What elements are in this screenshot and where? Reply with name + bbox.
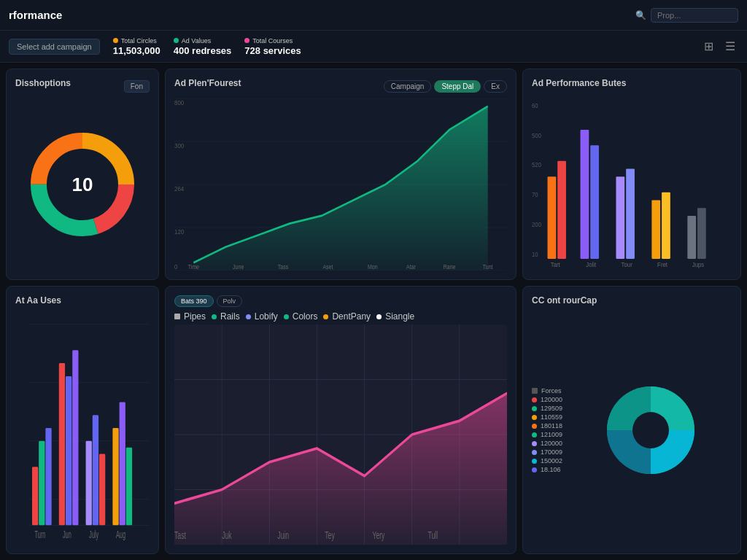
legend-dot-7 bbox=[532, 459, 537, 464]
svg-rect-30 bbox=[548, 176, 557, 259]
svg-rect-35 bbox=[626, 169, 635, 259]
legend-dot-3 bbox=[532, 424, 537, 429]
metric-total-courses: Total Courses 728 services bbox=[244, 37, 301, 56]
svg-text:Time: Time bbox=[188, 263, 199, 271]
svg-rect-56 bbox=[86, 441, 92, 526]
pill-campaign[interactable]: Campaign bbox=[384, 80, 432, 93]
grid-icon-button[interactable]: ⊞ bbox=[701, 38, 716, 55]
metric-dot-courses bbox=[244, 38, 249, 43]
svg-rect-50 bbox=[32, 467, 38, 525]
svg-text:0: 0 bbox=[174, 262, 177, 271]
svg-text:800: 800 bbox=[174, 98, 184, 106]
bottom-bar-title: At Aa Uses bbox=[15, 295, 150, 306]
legend-item-2: 110559 bbox=[532, 413, 562, 421]
pill-ex[interactable]: Ex bbox=[484, 80, 507, 93]
legend-item-0: 120000 bbox=[532, 396, 562, 403]
bottom-line-legend: Pipes Rails Lobify Colors DentPany Siang… bbox=[174, 311, 507, 322]
bar-card-title: Ad Performance Butes bbox=[532, 78, 626, 88]
svg-text:Tull: Tull bbox=[427, 529, 438, 542]
pie-legend: Forces 120000 129509 110559 bbox=[532, 387, 562, 473]
bar-chart-card: Ad Performance Butes 60 500 520 70 200 1… bbox=[522, 69, 741, 280]
metrics-row: Select add campaign Total Circles 11,503… bbox=[0, 31, 747, 63]
search-icon: 🔍 bbox=[635, 10, 646, 20]
svg-text:Tart: Tart bbox=[551, 261, 561, 268]
svg-text:July: July bbox=[89, 529, 98, 540]
metric-total-circles: Total Circles 11,503,000 bbox=[113, 37, 160, 56]
legend-dot-8 bbox=[532, 467, 537, 472]
svg-text:Mon: Mon bbox=[368, 263, 378, 271]
svg-rect-58 bbox=[99, 454, 105, 526]
bottom-pie-title: CC ont rourCap bbox=[532, 295, 597, 306]
line-card-title: Ad Plen'Fourest bbox=[174, 78, 241, 88]
svg-point-83 bbox=[632, 412, 669, 448]
svg-marker-75 bbox=[174, 393, 507, 545]
line-chart-card: Ad Plen'Fourest Campaign Stepp Dal Ex 80… bbox=[165, 69, 516, 280]
topbar-icons: ⊞ ☰ bbox=[701, 38, 738, 55]
legend-item-3: 180118 bbox=[532, 422, 562, 429]
bottom-pill-polv[interactable]: Polv bbox=[217, 295, 243, 307]
svg-rect-59 bbox=[112, 428, 118, 525]
svg-rect-61 bbox=[126, 448, 132, 526]
legend-dot-0 bbox=[532, 397, 537, 402]
legend-item-7: 150002 bbox=[532, 457, 562, 464]
svg-rect-55 bbox=[72, 350, 78, 525]
bottom-pie-card: CC ont rourCap Forces 120000 129509 bbox=[522, 286, 741, 554]
legend-colors: Colors bbox=[284, 311, 318, 322]
svg-text:Jolit: Jolit bbox=[586, 261, 597, 268]
legend-pipes: Pipes bbox=[174, 311, 206, 322]
svg-text:520: 520 bbox=[532, 162, 541, 168]
svg-text:Aug: Aug bbox=[116, 529, 125, 540]
search-input[interactable] bbox=[651, 8, 738, 23]
legend-rails: Rails bbox=[212, 311, 240, 322]
svg-text:Fret: Fret bbox=[657, 261, 668, 268]
legend-dot-2 bbox=[532, 415, 537, 420]
metric-ad-values: Ad Values 400 redreses bbox=[174, 37, 232, 56]
line-chart-area: 800 300 264 120 0 Time June Tass A bbox=[174, 98, 507, 271]
svg-rect-57 bbox=[93, 415, 98, 525]
bottom-line-card: Bats 390 Polv Pipes Rails Lobify Colors bbox=[165, 286, 516, 554]
donut-filter-button[interactable]: Fon bbox=[124, 80, 150, 93]
svg-text:Yery: Yery bbox=[372, 529, 385, 542]
select-campaign-button[interactable]: Select add campaign bbox=[9, 39, 100, 55]
svg-text:264: 264 bbox=[174, 184, 184, 192]
svg-text:Tour: Tour bbox=[622, 261, 632, 268]
donut-card: Disshoptions Fon 10 bbox=[6, 69, 159, 280]
metric-dot-circles bbox=[113, 38, 118, 43]
svg-marker-15 bbox=[193, 106, 487, 271]
svg-text:120: 120 bbox=[174, 228, 184, 236]
svg-rect-31 bbox=[557, 161, 566, 259]
bottom-pie-content: Forces 120000 129509 110559 bbox=[532, 316, 732, 545]
legend-dot-colors bbox=[284, 314, 289, 319]
topbar: rformance 🔍 bbox=[0, 0, 747, 31]
svg-rect-38 bbox=[687, 216, 696, 259]
pill-stepp[interactable]: Stepp Dal bbox=[434, 80, 481, 93]
line-pill-group: Campaign Stepp Dal Ex bbox=[384, 80, 507, 93]
svg-rect-54 bbox=[66, 376, 71, 525]
svg-rect-36 bbox=[651, 200, 660, 258]
svg-text:500: 500 bbox=[532, 132, 541, 139]
bar-card-header: Ad Performance Butes bbox=[532, 78, 732, 94]
legend-siangle: Siangle bbox=[376, 311, 414, 322]
bottom-bar-chart: Turn Jun July Aug bbox=[15, 311, 150, 545]
svg-text:Tast: Tast bbox=[174, 529, 186, 542]
bottom-bar-card: At Aa Uses bbox=[6, 286, 159, 554]
donut-header: Disshoptions Fon bbox=[15, 78, 150, 94]
bottom-pill-bats[interactable]: Bats 390 bbox=[174, 295, 214, 307]
bottom-pie-header: CC ont rourCap bbox=[532, 295, 732, 311]
svg-text:300: 300 bbox=[174, 141, 184, 149]
svg-rect-51 bbox=[39, 441, 44, 526]
legend-dot-dentpany bbox=[323, 314, 328, 319]
svg-rect-37 bbox=[662, 192, 670, 259]
svg-rect-33 bbox=[590, 145, 599, 259]
menu-icon-button[interactable]: ☰ bbox=[722, 38, 738, 55]
svg-text:Atar: Atar bbox=[406, 263, 416, 271]
bar-chart-area: 60 500 520 70 200 10 bbox=[532, 98, 732, 271]
svg-text:Tunt: Tunt bbox=[483, 263, 493, 271]
legend-item-1: 129509 bbox=[532, 405, 562, 412]
legend-item-4: 121009 bbox=[532, 431, 562, 438]
legend-square-forces bbox=[532, 388, 538, 394]
svg-text:200: 200 bbox=[532, 222, 541, 228]
svg-text:60: 60 bbox=[532, 103, 538, 109]
legend-dot-4 bbox=[532, 432, 537, 438]
bottom-line-chart: Tast Juk Juin Tey Yery Tull bbox=[174, 324, 507, 545]
